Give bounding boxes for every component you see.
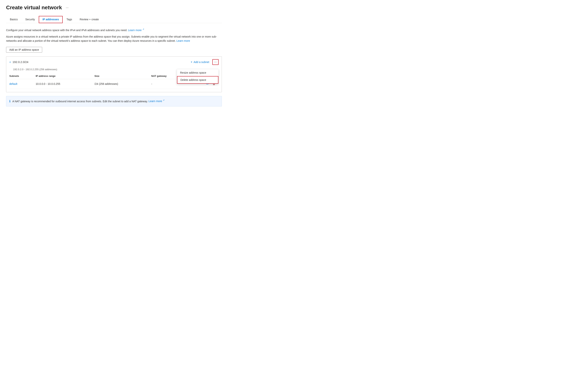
info-banner-text: A NAT gateway is recommended for outboun…: [12, 99, 219, 103]
address-space-header: ∧ 192.0.2.0/24 + Add a subnet ··· Resize…: [6, 57, 222, 68]
address-space-cidr: 192.0.2.0/24: [12, 60, 188, 64]
add-subnet-button[interactable]: + Add a subnet: [189, 60, 211, 64]
description-2: Azure assigns resources in a virtual net…: [6, 35, 222, 43]
address-space-dropdown-menu: Resize address space Delete address spac…: [177, 69, 219, 84]
subnet-ip-range-cell: 10.0.0.0 - 10.0.0.255: [36, 79, 94, 89]
tab-basics[interactable]: Basics: [6, 16, 21, 23]
chevron-up-icon: ∧: [9, 61, 11, 63]
subnet-size-cell: /24 (256 addresses): [94, 79, 151, 89]
external-link-icon-banner: ↗: [163, 99, 165, 101]
address-space-container: ∧ 192.0.2.0/24 + Add a subnet ··· Resize…: [6, 56, 222, 92]
learn-more-link-1[interactable]: Learn more ↗: [128, 29, 144, 32]
subnet-name-link[interactable]: default: [9, 82, 17, 85]
page-title-row: Create virtual network ···: [6, 5, 222, 11]
description-1: Configure your virtual network address s…: [6, 28, 222, 32]
add-ip-address-space-button[interactable]: Add an IP address space: [6, 47, 42, 52]
external-link-icon-1: ↗: [142, 28, 144, 30]
col-header-ip-range: IP address range: [36, 73, 94, 79]
page-title: Create virtual network: [6, 5, 62, 11]
subnet-name-cell: default: [9, 79, 36, 89]
info-banner: ℹ A NAT gateway is recommended for outbo…: [6, 96, 222, 106]
tab-review-create[interactable]: Review + create: [76, 16, 103, 23]
col-header-size: Size: [94, 73, 151, 79]
tab-security[interactable]: Security: [21, 16, 39, 23]
tab-bar: Basics Security IP addresses Tags Review…: [6, 16, 222, 23]
learn-more-link-banner[interactable]: Learn more ↗: [148, 100, 165, 103]
address-space-menu-button[interactable]: ···: [212, 59, 219, 65]
plus-icon: +: [191, 60, 192, 64]
info-icon: ℹ: [9, 99, 10, 104]
tab-tags[interactable]: Tags: [63, 16, 76, 23]
resize-address-space-item[interactable]: Resize address space: [177, 69, 218, 76]
col-header-subnets: Subnets: [9, 73, 36, 79]
delete-address-space-item[interactable]: Delete address space: [177, 76, 218, 84]
tab-ip-addresses[interactable]: IP addresses: [39, 16, 63, 23]
learn-more-link-2[interactable]: Learn more: [177, 39, 190, 42]
page-ellipsis-button[interactable]: ···: [64, 5, 70, 10]
